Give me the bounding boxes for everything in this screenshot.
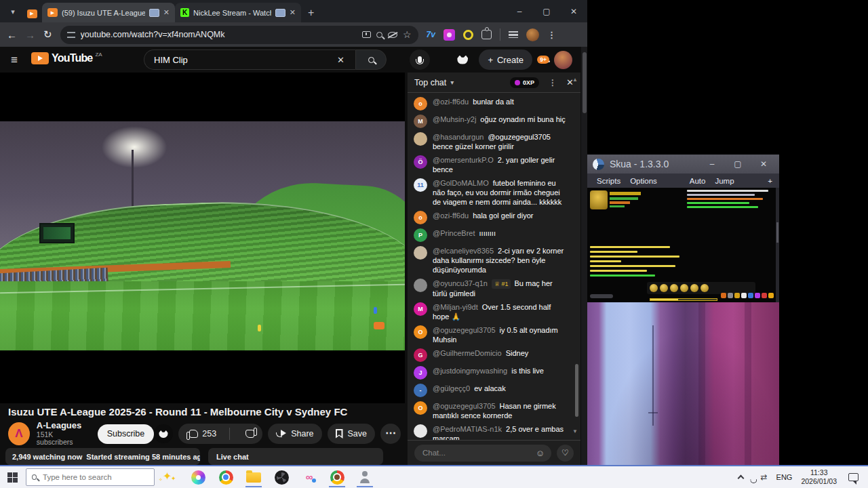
menu-options[interactable]: Options (630, 177, 657, 185)
zoom-slider[interactable] (590, 294, 613, 298)
chrome-icon[interactable] (218, 467, 234, 487)
fan-app-icon[interactable] (273, 467, 290, 487)
chat-input-pill[interactable]: ☺ (414, 445, 551, 462)
chat-username[interactable]: @oyuncu37-q1n (433, 279, 488, 287)
video-player[interactable] (0, 73, 405, 403)
site-info-icon[interactable] (67, 32, 75, 38)
zoom-icon[interactable] (376, 32, 382, 38)
scroll-down-icon[interactable]: ▼ (572, 428, 578, 434)
pinned-tab-youtube[interactable]: ▶ (22, 5, 42, 22)
designer-app-icon[interactable] (190, 467, 206, 487)
menu-scripts[interactable]: Scripts (597, 177, 620, 185)
chat-mode-label[interactable]: Top chat (414, 78, 446, 87)
chat-username[interactable]: @justdoingmywashing (433, 367, 507, 375)
chat-username[interactable]: @elcaneliyev8365 (433, 247, 494, 255)
chat-username[interactable]: @oguzegegul3705 (433, 402, 496, 410)
tab-list-chevron-icon[interactable]: ▾ (5, 4, 20, 19)
chat-username[interactable]: @oguzegegul3705 (433, 326, 496, 334)
taskbar-search-input[interactable] (41, 472, 149, 482)
close-button[interactable]: ✕ (560, 7, 587, 16)
chat-username[interactable]: @ozi-ff6du (433, 211, 469, 220)
like-button[interactable]: 253 (178, 424, 224, 444)
account-avatar[interactable] (554, 51, 572, 69)
emoji-icon[interactable]: ☺ (536, 448, 545, 458)
menu-plus[interactable]: + (768, 177, 772, 185)
save-button[interactable]: Save (328, 424, 376, 444)
bookmark-star-icon[interactable]: ☆ (403, 31, 412, 38)
page-scrollbar-thumb[interactable] (583, 52, 587, 113)
forward-button[interactable]: → (25, 29, 35, 41)
chat-username[interactable]: @omersenturkP.O (433, 156, 494, 164)
chevron-down-icon[interactable]: ▾ (450, 79, 454, 86)
subscribe-button[interactable]: Subscribe (98, 424, 155, 444)
browser-profile-avatar[interactable] (526, 28, 539, 41)
7tv-extension-icon[interactable]: 7v (427, 30, 435, 39)
file-explorer-icon[interactable] (245, 467, 262, 487)
skua-titlebar[interactable]: Skua - 1.3.3.0 – ▢ ✕ (587, 155, 779, 174)
share-button[interactable]: Share (268, 424, 321, 444)
media-cast-icon[interactable] (362, 31, 371, 38)
new-tab-button[interactable]: + (308, 7, 314, 19)
xp-badge[interactable]: 0XP (510, 77, 539, 88)
chat-username[interactable]: @Muhsin-y2j (433, 115, 476, 123)
eye-off-icon[interactable] (388, 32, 397, 38)
search-input[interactable] (153, 54, 334, 66)
menu-jump[interactable]: Jump (715, 177, 734, 185)
channel-name[interactable]: A-Leagues (37, 421, 88, 430)
game-menu-icons[interactable] (721, 293, 774, 298)
person-app-icon[interactable] (357, 467, 373, 487)
browser-menu-icon[interactable]: ⋮ (547, 30, 556, 40)
scroll-up-icon[interactable]: ▲ (572, 77, 578, 83)
back-button[interactable]: ← (7, 29, 17, 41)
youtube-logo[interactable]: YouTube ZA (31, 52, 102, 64)
skua-scrollbar[interactable] (776, 188, 779, 302)
paw-extension-icon[interactable] (457, 56, 468, 64)
live-chat-panel-label[interactable]: Live chat (208, 448, 383, 465)
tab-kick-stream[interactable]: K NickLee Stream - Watch Liv ✕ (175, 3, 301, 22)
chat-username[interactable]: @Miljan-yi9dt (433, 303, 478, 311)
dislike-button[interactable] (235, 424, 262, 444)
stream-stats-panel[interactable]: 2,949 watching now Started streaming 58 … (5, 448, 200, 465)
chat-username[interactable]: @ozi-ff6du (433, 98, 469, 106)
media-controls-icon[interactable] (509, 31, 518, 38)
notification-center-icon[interactable] (848, 473, 859, 481)
maximize-button[interactable]: ▢ (533, 7, 560, 16)
skua-close-button[interactable]: ✕ (753, 159, 774, 169)
chat-menu-icon[interactable]: ⋮ (549, 78, 557, 87)
address-bar[interactable]: youtube.com/watch?v=xf4nomANQMk ☆ (60, 26, 418, 44)
chat-username[interactable]: @gülgeçç0 (433, 384, 470, 392)
chat-username[interactable]: @GuilhermeDomicio (433, 349, 502, 357)
hamburger-menu-icon[interactable]: ≡ (11, 54, 18, 67)
create-button[interactable]: +Create (479, 49, 532, 70)
superchat-heart-button[interactable]: ♡ (557, 445, 574, 462)
minimize-button[interactable]: – (506, 7, 533, 16)
language-indicator[interactable]: ENG (776, 473, 793, 481)
chat-username[interactable]: @PedroMATIAS-n1k (433, 425, 502, 433)
chat-input[interactable] (421, 448, 536, 458)
menu-auto[interactable]: Auto (690, 177, 706, 185)
close-tab-icon[interactable]: ✕ (163, 8, 170, 17)
yellow-extension-icon[interactable] (463, 30, 473, 40)
skua-maximize-button[interactable]: ▢ (728, 159, 748, 169)
tab-youtube-stream[interactable]: ▶ (59) Isuzu UTE A-League 20 ✕ (42, 3, 175, 22)
page-scrollbar[interactable] (581, 47, 587, 465)
chat-scrollbar-thumb[interactable] (575, 364, 578, 417)
taskbar-clock[interactable]: 11:33 2026/01/03 (801, 468, 837, 486)
skua-game-view[interactable] (587, 188, 779, 302)
channel-avatar[interactable]: Λ (8, 422, 30, 445)
pink-extension-icon[interactable] (443, 29, 455, 41)
skua-minimize-button[interactable]: – (702, 159, 722, 169)
voice-search-button[interactable] (410, 49, 430, 70)
search-button[interactable] (355, 49, 387, 70)
close-tab-icon[interactable]: ✕ (290, 8, 296, 17)
chat-username[interactable]: @PrinceBret (433, 229, 475, 237)
taskbar-search-box[interactable] (26, 468, 155, 486)
chrome-profile-icon[interactable] (329, 467, 345, 487)
more-actions-button[interactable]: ⋯ (380, 424, 401, 444)
start-button[interactable] (7, 472, 18, 483)
tray-expand-chevron[interactable] (737, 475, 744, 482)
tray-share-icon[interactable]: ⇄ (761, 472, 768, 482)
clear-search-icon[interactable]: ✕ (337, 55, 344, 65)
chat-username[interactable]: @GolDoMALMO (433, 179, 489, 187)
reload-button[interactable]: ↻ (43, 28, 52, 41)
